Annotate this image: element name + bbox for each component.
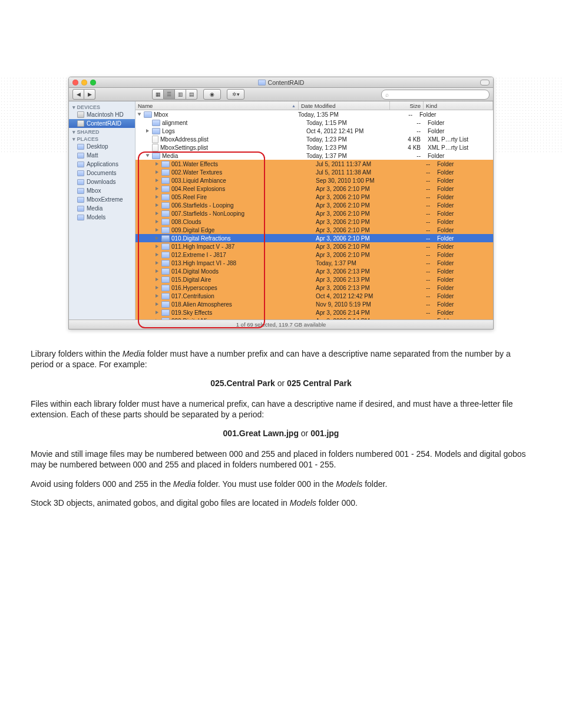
disclosure-triangle-icon[interactable] — [156, 212, 158, 215]
titlebar[interactable]: ContentRAID — [69, 77, 493, 88]
back-button[interactable]: ◀ — [72, 89, 84, 100]
disclosure-triangle-icon[interactable] — [156, 319, 158, 319]
sidebar-item[interactable]: Downloads — [69, 177, 135, 186]
file-row[interactable]: alignmentToday, 1:15 PM--Folder — [135, 118, 493, 127]
disclosure-triangle-icon[interactable] — [156, 302, 158, 306]
sidebar-item[interactable]: ContentRAID — [69, 119, 135, 128]
sidebar-section[interactable]: ▾ DEVICES — [69, 103, 135, 110]
view-list-button[interactable]: ☰ — [164, 89, 175, 100]
file-name: 009.Digital Edge — [171, 227, 214, 233]
disclosure-triangle-icon[interactable] — [156, 228, 158, 232]
file-row[interactable]: 009.Digital EdgeApr 3, 2006 2:10 PM--Fol… — [135, 226, 493, 234]
cell-k: Folder — [434, 210, 493, 217]
home-icon — [77, 153, 84, 159]
file-row[interactable]: 014.Digital MoodsApr 3, 2006 2:13 PM--Fo… — [135, 267, 493, 275]
forward-button[interactable]: ▶ — [84, 89, 95, 100]
view-icons-button[interactable]: ▦ — [152, 89, 164, 100]
file-row[interactable]: MboxToday, 1:35 PM--Folder — [135, 110, 493, 118]
cell-s: -- — [402, 260, 434, 266]
file-row[interactable]: 016.HyperscopesApr 3, 2006 2:13 PM--Fold… — [135, 284, 493, 292]
disclosure-triangle-icon[interactable] — [156, 170, 158, 174]
toolbar-pill-icon[interactable] — [480, 80, 490, 85]
sidebar-item[interactable]: Mbox — [69, 186, 135, 195]
view-columns-button[interactable]: ▥ — [175, 89, 186, 100]
cell-d: Apr 3, 2006 2:13 PM — [313, 285, 402, 291]
file-name: 014.Digital Moods — [171, 268, 219, 275]
disclosure-triangle-icon[interactable] — [138, 113, 141, 116]
file-row[interactable]: LogsOct 4, 2012 12:41 PM--Folder — [135, 127, 493, 135]
disclosure-triangle-icon[interactable] — [156, 195, 158, 199]
cell-k: Folder — [434, 260, 493, 266]
action-button[interactable]: ✲▾ — [227, 89, 244, 100]
cell-d: Today, 1:37 PM — [304, 153, 392, 159]
sidebar-item-label: ContentRAID — [87, 120, 121, 127]
file-row[interactable]: MediaToday, 1:37 PM--Folder — [135, 151, 493, 160]
file-name: 018.Alien Atmospheres — [171, 301, 232, 308]
file-row[interactable]: 017.CentrifusionOct 4, 2012 12:42 PM--Fo… — [135, 292, 493, 300]
file-row[interactable]: MboxSettings.plistToday, 1:23 PM4 KBXML … — [135, 143, 493, 151]
view-coverflow-button[interactable]: ▤ — [186, 89, 197, 100]
file-row[interactable]: 005.Reel FireApr 3, 2006 2:10 PM--Folder — [135, 193, 493, 201]
cell-s: -- — [402, 285, 434, 291]
sidebar-section[interactable]: ▾ PLACES — [69, 135, 135, 142]
disclosure-triangle-icon[interactable] — [156, 294, 158, 298]
disclosure-triangle-icon[interactable] — [156, 253, 158, 256]
sidebar-section[interactable]: ▾ SHARED — [69, 128, 135, 135]
column-headers[interactable]: Name▲ Date Modified Size Kind — [135, 101, 493, 110]
sidebar-item[interactable]: Models — [69, 213, 135, 222]
file-row[interactable]: 007.Starfields - NonLoopingApr 3, 2006 2… — [135, 209, 493, 218]
folder-icon — [161, 260, 170, 266]
disclosure-triangle-icon[interactable] — [146, 154, 150, 157]
cell-s: -- — [402, 169, 434, 176]
file-row[interactable]: 019.Sky EffectsApr 3, 2006 2:14 PM--Fold… — [135, 308, 493, 317]
sidebar-item[interactable]: Matt — [69, 151, 135, 160]
sidebar-item[interactable]: Applications — [69, 160, 135, 169]
disclosure-triangle-icon[interactable] — [156, 278, 158, 281]
file-name: 006.Starfields - Looping — [171, 202, 234, 209]
sidebar-item-label: Media — [87, 205, 103, 212]
disclosure-triangle-icon[interactable] — [146, 129, 149, 133]
disclosure-triangle-icon[interactable] — [156, 261, 158, 265]
cell-k: Folder — [434, 285, 493, 291]
disclosure-triangle-icon[interactable] — [156, 236, 158, 240]
cell-s: -- — [402, 202, 434, 209]
sidebar: ▾ DEVICESMacintosh HDContentRAID▾ SHARED… — [69, 101, 135, 319]
disclosure-triangle-icon[interactable] — [156, 269, 158, 273]
file-name: 012.Extreme I - J817 — [171, 252, 226, 258]
disclosure-triangle-icon[interactable] — [156, 220, 158, 223]
folder-icon — [161, 202, 170, 209]
quicklook-button[interactable]: ◉ — [203, 89, 221, 100]
file-row[interactable]: 012.Extreme I - J817Apr 3, 2006 2:10 PM-… — [135, 251, 493, 259]
file-row[interactable]: 004.Reel ExplosionsApr 3, 2006 2:10 PM--… — [135, 185, 493, 193]
sidebar-item[interactable]: Desktop — [69, 142, 135, 151]
disclosure-triangle-icon[interactable] — [156, 203, 158, 207]
file-row[interactable]: 020.Digital MicrocosmApr 3, 2006 2:14 PM… — [135, 317, 493, 319]
file-row[interactable]: 002.Water TexturesJul 5, 2011 11:38 AM--… — [135, 168, 493, 176]
file-list[interactable]: MboxToday, 1:35 PM--FolderalignmentToday… — [135, 110, 493, 319]
file-row[interactable]: 011.High Impact V - J87Apr 3, 2006 2:10 … — [135, 242, 493, 251]
disclosure-triangle-icon[interactable] — [156, 286, 158, 289]
file-name: MboxAddress.plist — [160, 136, 209, 143]
sidebar-item[interactable]: Media — [69, 204, 135, 213]
disclosure-triangle-icon[interactable] — [156, 179, 158, 182]
file-row[interactable]: 003.Liquid AmbianceSep 30, 2010 1:00 PM-… — [135, 176, 493, 185]
file-row[interactable]: 013.High Impact VI - J88Today, 1:37 PM--… — [135, 259, 493, 267]
search-input[interactable]: ⌕ — [381, 90, 490, 100]
file-row[interactable]: 008.CloudsApr 3, 2006 2:10 PM--Folder — [135, 218, 493, 226]
disclosure-triangle-icon[interactable] — [156, 311, 158, 314]
file-row[interactable]: MboxAddress.plistToday, 1:23 PM4 KBXML P… — [135, 135, 493, 143]
file-row[interactable]: 015.Digital AireApr 3, 2006 2:13 PM--Fol… — [135, 275, 493, 284]
folder-icon — [161, 194, 170, 200]
sidebar-item[interactable]: Documents — [69, 169, 135, 177]
disclosure-triangle-icon[interactable] — [156, 187, 158, 190]
window-title: ContentRAID — [69, 79, 493, 86]
file-row[interactable]: 006.Starfields - LoopingApr 3, 2006 2:10… — [135, 201, 493, 209]
file-row[interactable]: 010.Digital RefractionsApr 3, 2006 2:10 … — [135, 234, 493, 242]
cell-d: Apr 3, 2006 2:10 PM — [313, 186, 402, 192]
sidebar-item[interactable]: MboxExtreme — [69, 195, 135, 204]
file-row[interactable]: 001.Water EffectsJul 5, 2011 11:37 AM--F… — [135, 160, 493, 168]
sidebar-item[interactable]: Macintosh HD — [69, 110, 135, 119]
disclosure-triangle-icon[interactable] — [156, 245, 158, 248]
disclosure-triangle-icon[interactable] — [156, 162, 158, 166]
file-row[interactable]: 018.Alien AtmospheresNov 9, 2010 5:19 PM… — [135, 300, 493, 308]
